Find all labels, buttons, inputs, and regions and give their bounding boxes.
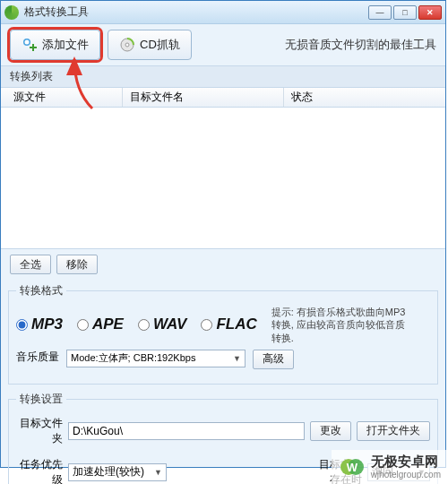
remove-button[interactable]: 移除 — [56, 255, 98, 274]
radio-ape[interactable] — [77, 319, 89, 331]
label-ape: APE — [92, 315, 124, 333]
minimize-button[interactable]: ― — [368, 5, 392, 20]
label-mp3: MP3 — [31, 315, 63, 333]
svg-rect-3 — [32, 44, 34, 51]
cd-rip-label: CD抓轨 — [140, 37, 180, 53]
watermark: W 无极安卓网 wjhotelgroup.com — [332, 450, 448, 484]
add-file-label: 添加文件 — [42, 37, 89, 53]
settings-legend: 转换设置 — [16, 392, 66, 407]
target-folder-input[interactable]: D:\KuGou\ — [68, 422, 305, 440]
svg-point-1 — [25, 40, 30, 45]
label-wav: WAV — [153, 315, 186, 333]
titlebar: 格式转换工具 ― □ ✕ — [1, 1, 445, 24]
close-button[interactable]: ✕ — [418, 5, 442, 20]
chevron-down-icon: ▼ — [233, 354, 241, 363]
add-file-button[interactable]: 添加文件 — [10, 30, 100, 60]
advanced-button[interactable]: 高级 — [253, 350, 294, 369]
maximize-button[interactable]: □ — [393, 5, 417, 20]
watermark-name: 无极安卓网 — [371, 454, 441, 470]
list-header: 转换列表 — [1, 65, 445, 88]
format-option-mp3[interactable]: MP3 — [16, 315, 63, 333]
column-status[interactable]: 状态 — [284, 88, 445, 107]
cd-icon — [119, 37, 135, 53]
radio-wav[interactable] — [138, 319, 150, 331]
format-tip: 提示: 有损音乐格式歌曲向MP3转换, 应由较高音质向较低音质转换. — [271, 306, 406, 344]
priority-value: 加速处理(较快) — [73, 464, 144, 480]
chevron-down-icon: ▼ — [154, 468, 162, 477]
tip-label: 提示: — [271, 307, 294, 317]
column-target[interactable]: 目标文件名 — [123, 88, 284, 107]
add-file-icon — [22, 37, 38, 53]
radio-flac[interactable] — [201, 319, 212, 331]
quality-label: 音乐质量 — [16, 350, 59, 365]
format-legend: 转换格式 — [16, 283, 66, 298]
priority-select[interactable]: 加速处理(较快) ▼ — [68, 463, 167, 481]
svg-text:W: W — [346, 461, 358, 474]
quality-value: Mode:立体声; CBR:192Kbps — [71, 351, 195, 365]
format-option-wav[interactable]: WAV — [138, 315, 186, 333]
select-all-button[interactable]: 全选 — [10, 255, 51, 274]
radio-mp3[interactable] — [16, 319, 28, 331]
file-list-panel: 源文件 目标文件名 状态 全选 移除 — [1, 88, 445, 280]
format-group: 转换格式 MP3 APE WAV FLAC 提示: 有损音乐格式歌曲向MP3转换… — [8, 283, 438, 385]
app-icon — [4, 5, 19, 20]
toolbar: 添加文件 CD抓轨 无损音质文件切割的最佳工具 — [1, 24, 445, 65]
target-folder-value: D:\KuGou\ — [73, 425, 123, 437]
label-flac: FLAC — [216, 315, 256, 333]
window-title: 格式转换工具 — [24, 4, 368, 20]
priority-label: 任务优先级 — [16, 457, 63, 484]
change-folder-button[interactable]: 更改 — [310, 421, 351, 441]
watermark-url: wjhotelgroup.com — [371, 470, 441, 480]
window-frame: 格式转换工具 ― □ ✕ 添加文件 CD抓轨 无损音质文件切割的最佳工具 转换列… — [0, 0, 446, 468]
cd-rip-button[interactable]: CD抓轨 — [108, 30, 192, 60]
tagline: 无损音质文件切割的最佳工具 — [285, 37, 436, 53]
file-list-body[interactable] — [1, 108, 445, 249]
format-option-ape[interactable]: APE — [77, 315, 124, 333]
open-folder-button[interactable]: 打开文件夹 — [357, 421, 430, 441]
format-option-flac[interactable]: FLAC — [201, 315, 256, 333]
quality-select[interactable]: Mode:立体声; CBR:192Kbps ▼ — [66, 350, 246, 367]
column-source[interactable]: 源文件 — [6, 88, 123, 107]
svg-point-5 — [125, 43, 129, 47]
watermark-logo-icon: W — [339, 454, 366, 480]
list-column-header: 源文件 目标文件名 状态 — [1, 88, 445, 108]
target-folder-label: 目标文件夹 — [16, 416, 63, 446]
